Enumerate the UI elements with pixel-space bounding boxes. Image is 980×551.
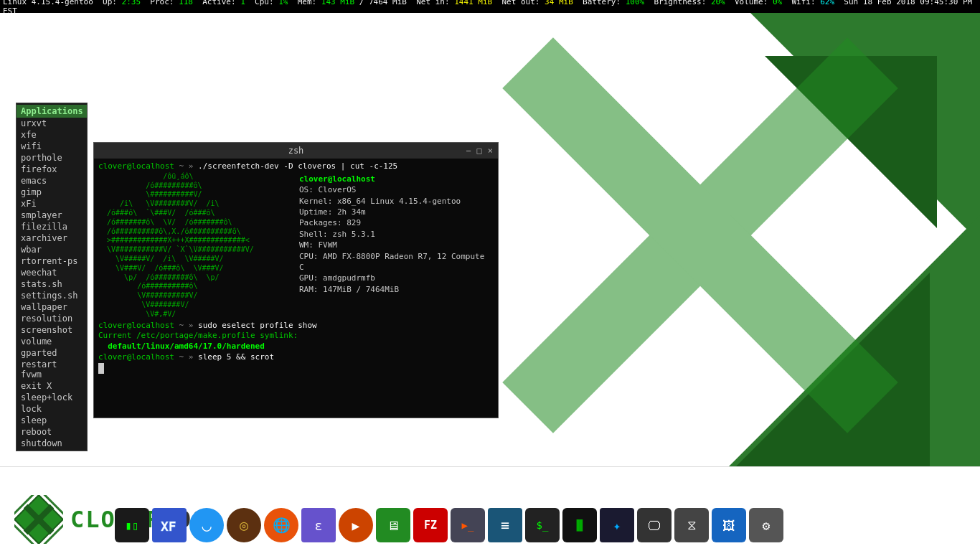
firefox-icon: 🌐 [273, 517, 291, 534]
info-uptime: Uptime: 2h 34m [299, 207, 494, 217]
maximize-button[interactable]: □ [475, 146, 484, 156]
terminal3-icon: $_ [537, 519, 549, 531]
menu-item-sleep-lock[interactable]: sleep+lock [17, 392, 87, 403]
status-bar: Linux 4.15.4-gentoo Up: 2:35 Proc: 118 A… [0, 0, 980, 13]
menu-item-rtorrent[interactable]: rtorrent-ps [17, 255, 87, 267]
cmd-1: ./screenfetch-dev -D cloveros | cut -c-1… [198, 161, 397, 171]
output-current: Current /etc/portage/make.profile symlin… [98, 331, 298, 340]
terminal-line-3: clover@localhost ~ » sleep 5 && scrot [98, 352, 494, 363]
terminal-body[interactable]: clover@localhost ~ » ./screenfetch-dev -… [94, 159, 498, 418]
menu-item-sleep[interactable]: sleep [17, 415, 87, 426]
info-os: OS: CloverOS [299, 184, 494, 195]
menu-item-emacs[interactable]: emacs [17, 175, 87, 187]
terminal-controls: − □ × [463, 146, 495, 156]
taskbar-wifi[interactable]: ◡ [189, 508, 224, 542]
menu-item-firefox[interactable]: firefox [17, 164, 87, 175]
taskbar-monitor[interactable]: 🖥 [376, 508, 410, 542]
menu-item-porthole[interactable]: porthole [17, 152, 87, 164]
prompt-sep-1: ~ » [179, 161, 194, 171]
menu-item-filezilla[interactable]: filezilla [17, 221, 87, 232]
terminal-output-2: default/linux/amd64/17.0/hardened [98, 342, 494, 352]
prompt-host-2: clover@localhost [98, 321, 174, 330]
xfe-icon: XF XF [158, 514, 181, 537]
menu-item-exit-x[interactable]: exit X [17, 380, 87, 392]
porthole-icon: ◎ [240, 517, 248, 534]
taskbar-config[interactable]: ⚙ [749, 508, 783, 542]
taskbar-firefox[interactable]: 🌐 [264, 508, 298, 542]
menu-item-reboot[interactable]: reboot [17, 426, 87, 438]
config-icon: ⚙ [763, 518, 771, 533]
uptime-value: 2:35 [122, 0, 141, 6]
taskbar-emacs[interactable]: ε [301, 508, 336, 542]
display-icon: 🖵 [648, 518, 661, 533]
minimize-button[interactable]: − [463, 146, 473, 156]
menu-item-gparted[interactable]: gparted [17, 347, 87, 359]
taskbar-mixer[interactable]: ⧖ [674, 508, 709, 542]
svg-text:XF: XF [161, 519, 176, 534]
prompt-host-1: clover@localhost [98, 161, 174, 171]
taskbar-htop[interactable]: ▐▌ [562, 508, 597, 542]
brightness-value: 20% [711, 0, 725, 6]
menu-item-lock[interactable]: lock [17, 403, 87, 415]
xterm2-icon: ▶_ [462, 519, 474, 531]
taskbar-tint2[interactable]: ≡ [488, 508, 522, 542]
taskbar-porthole[interactable]: ◎ [227, 508, 261, 542]
screenfetch-info: clover@localhost OS: CloverOS Kernel: x8… [292, 172, 494, 319]
taskbar-terminal[interactable]: ▮▯ [115, 508, 149, 542]
bottom-area: CLOVER OS ▮▯ XF XF ◡ ◎ 🌐 ε ▶ 🖥 [0, 466, 980, 551]
taskbar-xfe[interactable]: XF XF [152, 508, 187, 542]
taskbar-wallpaper-icon[interactable]: 🖼 [712, 508, 746, 542]
taskbar-xterm2[interactable]: ▶_ [451, 508, 485, 542]
taskbar: ▮▯ XF XF ◡ ◎ 🌐 ε ▶ 🖥 FZ ▶_ [115, 505, 973, 545]
cmd-2: sudo eselect profile show [198, 321, 317, 330]
prompt-sep-3: ~ » [179, 352, 194, 362]
emacs-icon: ε [315, 518, 323, 533]
menu-item-xfi[interactable]: xFi [17, 198, 87, 209]
active-value: 1 [240, 0, 245, 6]
clover-diamond-logo [14, 495, 63, 544]
taskbar-xbmc[interactable]: ✦ [600, 508, 634, 542]
clover-svg [14, 495, 63, 544]
mixer-icon: ⧖ [687, 517, 697, 533]
menu-item-settings[interactable]: settings.sh [17, 290, 87, 301]
mem-value: 143 MiB [321, 0, 354, 6]
wifi-icon: ◡ [202, 517, 211, 534]
menu-item-volume[interactable]: volume [17, 336, 87, 347]
output-profile: default/linux/amd64/17.0/hardened [98, 342, 265, 351]
netout-value: 34 MiB [545, 0, 573, 6]
taskbar-display[interactable]: 🖵 [637, 508, 672, 542]
menu-item-wifi[interactable]: wifi [17, 141, 87, 152]
menu-item-xarchiver[interactable]: xarchiver [17, 232, 87, 244]
info-wm: WM: FVWM [299, 240, 494, 250]
smplayer-icon: ▶ [352, 518, 360, 533]
info-gpu: GPU: amdgpudrmfb [299, 273, 494, 283]
info-cpu: CPU: AMD FX-8800P Radeon R7, 12 Compute … [299, 251, 494, 273]
menu-item-shutdown[interactable]: shutdown [17, 438, 87, 449]
terminal-titlebar[interactable]: zsh − □ × [94, 143, 498, 159]
menu-item-wbar[interactable]: wbar [17, 244, 87, 255]
taskbar-filezilla[interactable]: FZ [413, 508, 448, 542]
close-button[interactable]: × [486, 146, 495, 156]
menu-item-screenshot[interactable]: screenshot [17, 324, 87, 336]
menu-item-stats[interactable]: stats.sh [17, 278, 87, 290]
menu-item-resolution[interactable]: resolution [17, 313, 87, 324]
ascii-art: /ôü¸áô\ /ó#########ô\ \##########V/ /i\ … [98, 172, 292, 319]
menu-item-xfe[interactable]: xfe [17, 129, 87, 141]
info-username: clover@localhost [299, 174, 375, 184]
menu-header: Applications [17, 105, 87, 118]
menu-item-weechat[interactable]: weechat [17, 267, 87, 278]
menu-item-smplayer[interactable]: smplayer [17, 209, 87, 221]
desktop: Applications urxvt xfe wifi porthole fir… [0, 13, 980, 466]
x-shape [492, 27, 908, 443]
menu-item-gimp[interactable]: gimp [17, 187, 87, 198]
menu-item-restart-fvwm[interactable]: restart fvwm [17, 359, 87, 380]
xbmc-icon: ✦ [613, 518, 621, 533]
menu-item-urxvt[interactable]: urxvt [17, 118, 87, 129]
terminal-output-1: Current /etc/portage/make.profile symlin… [98, 331, 494, 342]
info-kernel: Kernel: x86_64 Linux 4.15.4-gentoo [299, 196, 494, 207]
taskbar-terminal3[interactable]: $_ [525, 508, 560, 542]
status-text: Linux 4.15.4-gentoo Up: 2:35 Proc: 118 A… [3, 0, 977, 16]
menu-item-wallpaper[interactable]: wallpaper [17, 301, 87, 313]
prompt-sep-2: ~ » [179, 321, 194, 330]
taskbar-smplayer[interactable]: ▶ [339, 508, 373, 542]
